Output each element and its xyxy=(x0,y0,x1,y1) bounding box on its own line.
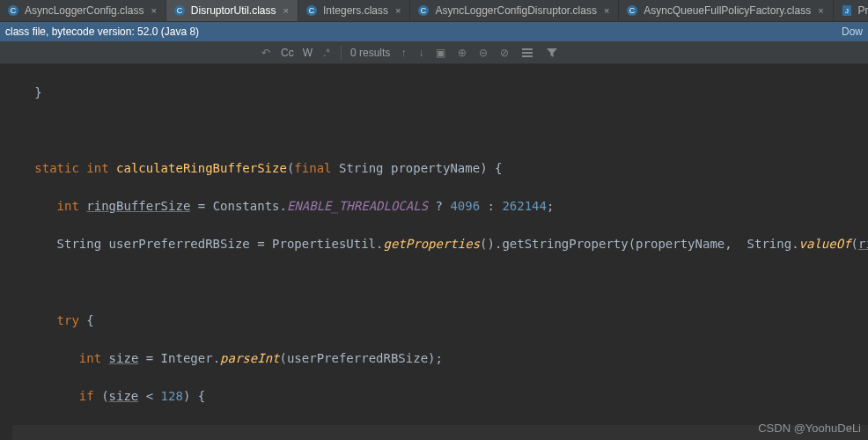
tab-close-icon[interactable]: × xyxy=(149,5,158,16)
class-file-icon: C xyxy=(305,4,318,17)
code-line: static int calculateRingBufferSize(final… xyxy=(12,159,868,179)
tab-label: AsyncQueueFullPolicyFactory.class xyxy=(644,4,811,17)
svg-rect-14 xyxy=(522,55,533,57)
editor-tab[interactable]: CIntegers.class× xyxy=(298,0,410,21)
code-line: if (size < 128) { xyxy=(12,387,868,407)
separator xyxy=(341,46,342,60)
tab-label: AsyncLoggerConfig.class xyxy=(25,4,143,17)
class-file-icon: C xyxy=(7,4,19,17)
up-icon[interactable]: ↑ xyxy=(399,45,408,61)
class-file-icon: C xyxy=(173,4,186,17)
editor-tab[interactable]: JPropertiesUtil.java× xyxy=(834,0,868,21)
results-count: 0 results xyxy=(350,47,390,59)
find-toolbar: ↶ Cc W .* 0 results ↑ ↓ ▣ ⊕ ⊖ ⊘ xyxy=(0,41,868,64)
class-file-icon: C xyxy=(417,4,430,17)
editor-tab[interactable]: CAsyncLoggerConfigDisruptor.class× xyxy=(410,0,619,21)
code-line: } xyxy=(12,84,868,103)
svg-text:C: C xyxy=(177,6,183,15)
code-line-active: size = 128; xyxy=(12,425,868,440)
tab-bar: CAsyncLoggerConfig.class×CDisruptorUtil.… xyxy=(0,0,868,22)
bytecode-info: class file, bytecode version: 52.0 (Java… xyxy=(5,26,199,38)
code-line: int size = Integer.parseInt(userPreferre… xyxy=(12,349,868,369)
watermark: CSDN @YoohuDeLi xyxy=(758,422,861,435)
tab-close-icon[interactable]: × xyxy=(602,5,611,16)
tab-label: Integers.class xyxy=(323,4,388,17)
svg-text:J: J xyxy=(845,7,849,15)
tab-close-icon[interactable]: × xyxy=(816,5,825,16)
words-toggle[interactable]: W xyxy=(303,47,313,59)
prev-occurrence-icon[interactable]: ↶ xyxy=(260,45,272,61)
code-editor[interactable]: } static int calculateRingBufferSize(fin… xyxy=(0,64,868,440)
match-case-toggle[interactable]: Cc xyxy=(281,47,294,59)
svg-text:C: C xyxy=(11,6,17,15)
intention-bulb-icon[interactable] xyxy=(10,428,22,440)
filter-icon[interactable] xyxy=(544,45,560,61)
tab-label: DisruptorUtil.class xyxy=(191,4,276,17)
download-sources-link[interactable]: Dow xyxy=(842,26,863,38)
code-line: try { xyxy=(12,312,868,331)
class-file-icon: C xyxy=(626,4,638,17)
tab-close-icon[interactable]: × xyxy=(282,5,291,16)
remove-selection-icon[interactable]: ⊖ xyxy=(477,45,489,61)
svg-rect-12 xyxy=(522,48,533,50)
tab-close-icon[interactable]: × xyxy=(394,5,402,16)
editor-tab[interactable]: CAsyncQueueFullPolicyFactory.class× xyxy=(619,0,833,21)
editor-tab[interactable]: CAsyncLoggerConfig.class× xyxy=(0,0,166,21)
svg-text:C: C xyxy=(629,6,636,15)
code-line xyxy=(12,274,868,293)
svg-text:C: C xyxy=(309,6,315,15)
tab-label: PropertiesUtil.java xyxy=(858,4,868,17)
svg-text:C: C xyxy=(421,6,427,15)
down-icon[interactable]: ↓ xyxy=(416,45,425,61)
tab-label: AsyncLoggerConfigDisruptor.class xyxy=(435,4,596,17)
code-line xyxy=(12,121,868,141)
settings-icon[interactable] xyxy=(519,45,535,61)
decompile-info-bar: class file, bytecode version: 52.0 (Java… xyxy=(0,22,868,41)
svg-rect-13 xyxy=(522,52,533,54)
exclude-icon[interactable]: ⊘ xyxy=(498,45,511,61)
code-line: int ringBufferSize = Constants.ENABLE_TH… xyxy=(12,197,868,216)
java-file-icon: J xyxy=(841,4,853,17)
select-all-icon[interactable]: ▣ xyxy=(434,45,447,61)
add-selection-icon[interactable]: ⊕ xyxy=(456,45,468,61)
regex-toggle-icon[interactable]: .* xyxy=(321,45,332,61)
code-line: String userPreferredRBSize = PropertiesU… xyxy=(12,235,868,254)
editor-tab[interactable]: CDisruptorUtil.class× xyxy=(166,0,298,21)
